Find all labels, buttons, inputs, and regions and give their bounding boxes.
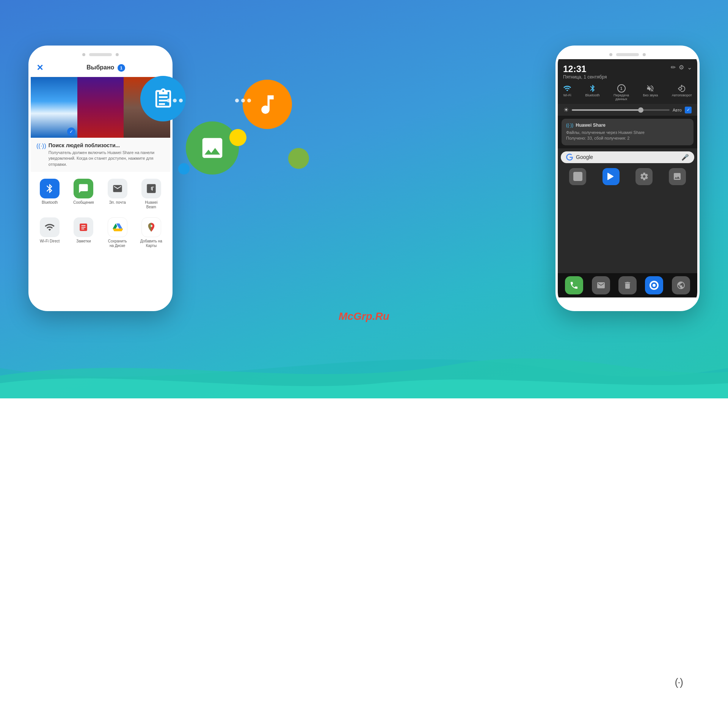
phone-dock-2[interactable] — [592, 276, 610, 294]
share-app-messages[interactable]: Сообщения — [67, 176, 99, 212]
quick-bluetooth[interactable]: Bluetooth — [585, 84, 600, 101]
google-search-bar[interactable]: Google 🎤 — [561, 151, 694, 163]
data-label: Передачаданных — [613, 93, 629, 101]
wifi-label: Wi-Fi — [563, 93, 571, 97]
home-app-1[interactable] — [563, 168, 593, 185]
header-title: Выбрано 1 — [47, 64, 165, 72]
right-phone-top-bar — [558, 48, 697, 59]
signal-icon: (·) — [675, 676, 682, 688]
svg-rect-2 — [159, 96, 168, 98]
quick-wifi[interactable]: Wi-Fi — [563, 84, 571, 101]
clock-date: Пятница, 1 сентября — [563, 74, 607, 80]
quick-rotation[interactable]: Автоповорот — [672, 84, 692, 101]
notification-app-name: Huawei Share — [576, 123, 606, 128]
right-phone: 12:31 Пятница, 1 сентября ✏ ⚙ ⌄ Wi-Fi Bl… — [555, 46, 700, 311]
bluetooth-label: Bluetooth — [42, 200, 58, 205]
share-app-bluetooth[interactable]: Bluetooth — [34, 176, 66, 212]
wave-decoration — [0, 330, 728, 398]
share-app-wifi-direct[interactable]: Wi-Fi Direct — [34, 214, 66, 251]
svg-rect-3 — [159, 99, 168, 101]
phone-dock-chrome[interactable] — [645, 276, 663, 294]
left-phone-header: ✕ Выбрано 1 — [31, 59, 170, 77]
phone-dock-delete[interactable] — [618, 276, 637, 294]
auto-label: Авто — [673, 108, 682, 112]
close-button[interactable]: ✕ — [36, 63, 43, 73]
share-app-drive[interactable]: Сохранитьна Диске — [102, 214, 133, 251]
mic-icon[interactable]: 🎤 — [681, 154, 689, 161]
bluetooth-qs-label: Bluetooth — [585, 93, 600, 97]
dot-1 — [167, 99, 171, 102]
notification-title: Файлы, полученные через Huawei Share — [566, 130, 689, 135]
expand-icon[interactable]: ⌄ — [687, 64, 692, 71]
messages-label: Сообщения — [73, 200, 94, 205]
silent-label: Без звука — [643, 93, 658, 97]
share-search-text: Поиск людей поблизости... Получатель дол… — [49, 142, 165, 167]
nfc-label: HuaweiBeam — [145, 200, 157, 209]
huawei-share-icon: ((·)) — [566, 123, 573, 128]
home-app-settings[interactable] — [629, 168, 659, 185]
bluetooth-icon — [40, 179, 60, 198]
photo-cell-1[interactable]: ✓ — [31, 77, 77, 138]
maps-label: Добавить наКарты — [140, 239, 162, 248]
svg-rect-0 — [573, 172, 582, 181]
google-text: Google — [576, 154, 678, 160]
gallery-icon — [669, 168, 686, 185]
share-app-email[interactable]: Эл. почта — [102, 176, 133, 212]
rotation-label: Автоповорот — [672, 93, 692, 97]
clock-time: 12:31 — [563, 64, 607, 74]
google-logo — [566, 154, 573, 160]
settings-icon[interactable]: ⚙ — [679, 64, 684, 71]
drive-label: Сохранитьна Диске — [108, 239, 127, 248]
home-app-gallery[interactable] — [662, 168, 693, 185]
maps-icon — [141, 217, 161, 237]
home-screen: Google 🎤 — [558, 148, 697, 273]
phone-dot — [609, 53, 612, 56]
photo-check: ✓ — [67, 127, 75, 136]
time-date-block: 12:31 Пятница, 1 сентября — [563, 64, 607, 80]
mountain-image — [77, 77, 124, 138]
messages-icon — [74, 179, 93, 198]
share-app-nfc[interactable]: HuaweiBeam — [135, 176, 167, 212]
top-section: ✕ Выбрано 1 ✓ ((·)) Поиск л — [0, 0, 728, 398]
phone-dot — [116, 53, 119, 56]
dots-separator-right — [235, 99, 251, 102]
drive-icon — [108, 217, 127, 237]
notes-label: Заметки — [76, 239, 91, 244]
email-icon — [108, 179, 127, 198]
phone-dot — [643, 53, 646, 56]
brightness-icon: ☀ — [563, 106, 569, 113]
settings-app-icon — [635, 168, 653, 185]
photo-cell-2[interactable] — [77, 77, 124, 138]
share-search-desc: Получатель должен включить Huawei Share … — [49, 150, 165, 167]
watermark: McGrp.Ru — [339, 310, 389, 322]
phone-dot — [82, 53, 85, 56]
header-actions: ✏ ⚙ ⌄ — [671, 64, 692, 71]
notes-icon — [74, 217, 93, 237]
dot-2 — [173, 99, 177, 102]
share-app-notes[interactable]: Заметки — [67, 214, 99, 251]
notification-header: ((·)) Huawei Share — [566, 123, 689, 128]
auto-checkbox[interactable]: ✓ — [685, 107, 692, 113]
bottom-section: (·) — [0, 398, 728, 711]
bottom-icon-area: (·) — [675, 676, 682, 688]
music-icon — [255, 92, 280, 117]
quick-silent[interactable]: Без звука — [643, 84, 658, 101]
music-circle — [243, 80, 292, 129]
small-blue-circle — [178, 163, 190, 175]
edit-icon[interactable]: ✏ — [671, 64, 676, 71]
phone-speaker — [89, 53, 112, 56]
wifi-direct-icon — [40, 217, 60, 237]
home-app-play[interactable] — [596, 168, 626, 185]
search-nearby-icon: ((·)) — [36, 143, 46, 149]
brightness-row: ☀ Авто ✓ — [558, 104, 697, 116]
right-phone-screen: 12:31 Пятница, 1 сентября ✏ ⚙ ⌄ Wi-Fi Bl… — [558, 59, 697, 297]
share-search-title: Поиск людей поблизости... — [49, 142, 165, 148]
svg-point-1 — [653, 284, 656, 287]
share-app-maps[interactable]: Добавить наКарты — [135, 214, 167, 251]
phone-dock-5[interactable] — [672, 276, 690, 294]
quick-data[interactable]: 1 Передачаданных — [613, 84, 629, 101]
email-label: Эл. почта — [109, 200, 126, 205]
brightness-slider[interactable] — [572, 109, 670, 111]
dot-5 — [241, 99, 245, 102]
phone-dock-call[interactable] — [565, 276, 583, 294]
